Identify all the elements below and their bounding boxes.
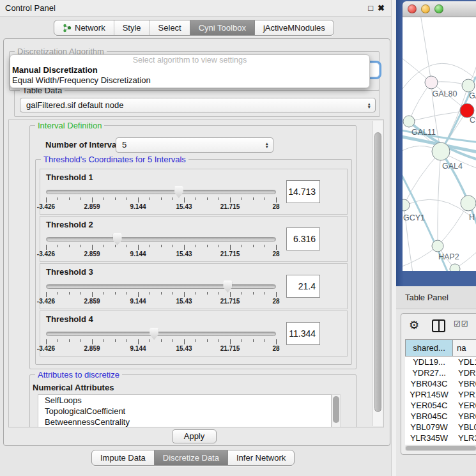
table-row[interactable]: YLR345WYLR3 [405,433,476,443]
threshold-slider[interactable]: -3.4262.8599.14415.4321.71528 [46,233,276,259]
cell-name: YBL0 [453,422,476,433]
zoom-traffic-light[interactable] [434,4,443,13]
threshold-value-field[interactable]: 6.316 [286,227,320,250]
algorithm-option-manual[interactable]: Manual Discretization [10,65,369,75]
settings-vertical-scrollbar[interactable] [372,121,383,426]
table-row[interactable]: YBR043CYBR0 [405,378,476,389]
threshold-slider[interactable]: -3.4262.8599.14415.4321.71528 [46,280,276,306]
network-node[interactable] [461,196,476,211]
stepper-icon[interactable]: ▲ ▼ [265,142,269,148]
network-node[interactable] [432,240,443,252]
table-row[interactable]: YER054CYER0 [405,400,476,411]
table-row[interactable]: YIL053CYIL0 [405,443,476,445]
tick-label: 21.715 [220,203,240,210]
network-node[interactable] [403,116,415,127]
table-row[interactable]: YBL079WYBL0 [405,422,476,433]
panel-divider[interactable] [391,0,396,476]
slider-track[interactable] [46,190,276,194]
scrollbar-thumb[interactable] [406,446,476,450]
tick-label: 9.144 [130,250,146,257]
network-node-label: HAP2 [438,252,459,261]
tick-label: 28 [272,250,279,257]
tab-style[interactable]: Style [114,20,150,35]
attributes-list-scrollbar[interactable] [332,394,341,427]
tab-select[interactable]: Select [150,20,190,35]
slider-track[interactable] [46,284,276,289]
threshold-value-field[interactable]: 11.344 [286,322,320,345]
list-item[interactable]: SelfLoops [38,395,331,406]
table-panel: ⚙ ☑☑ shared... na YDL19...YDL1YDR27...YD… [401,313,476,455]
cell-name: YBR0 [453,411,476,422]
slider-tick-labels: -3.4262.8599.14415.4321.71528 [46,345,276,353]
close-icon[interactable]: ✖ [378,0,385,17]
tick-label: -3.426 [37,298,55,305]
table-data-group: Table Data galFiltered.sif default node … [14,90,380,117]
cell-name: YIL0 [453,443,476,445]
network-view[interactable]: GAL80GACGAL11GAL4GCY1HHAP2 [403,17,476,271]
apply-button[interactable]: Apply [172,429,217,443]
number-of-intervals-combobox[interactable]: 5 ▲ ▼ [116,137,273,153]
table-row[interactable]: YPR145WYPR1 [405,389,476,400]
table-data-combobox[interactable]: galFiltered.sif default node ▲ ▼ [20,98,376,112]
tab-discretize-data[interactable]: Discretize Data [154,450,227,465]
tab-impute-data[interactable]: Impute Data [92,450,154,465]
control-panel: Control Panel □ ✖ Network Style Select C… [0,0,396,476]
top-tab-bar: Network Style Select Cyni Toolbox jActiv… [54,20,334,36]
network-window-titlebar[interactable] [403,1,476,17]
threshold-label: Threshold 3 [46,267,93,277]
tick-label: 15.43 [176,345,192,352]
checkbox-icon[interactable]: ☑ [454,319,461,328]
float-window-icon[interactable]: □ [368,0,373,17]
checkbox-icon[interactable]: ☑ [461,319,469,328]
tab-infer-network[interactable]: Infer Network [227,450,294,465]
panel-title: Control Panel [5,0,56,17]
tab-jactivemnodules[interactable]: jActiveMNodules [254,20,334,35]
slider-tick-labels: -3.4262.8599.14415.4321.71528 [46,298,276,305]
list-item[interactable]: TopologicalCoefficient [38,406,331,417]
network-node[interactable] [462,79,475,92]
checkbox-icons[interactable]: ☑☑ [454,319,469,328]
threshold-label: Threshold 2 [46,220,93,229]
table-row[interactable]: YBR045CYBR0 [405,411,476,422]
cell-shared-name: YLR345W [405,433,453,443]
scrollbar-thumb[interactable] [374,132,381,412]
slider-tick-labels: -3.4262.8599.14415.4321.71528 [46,250,276,258]
tick-label: -3.426 [37,250,55,257]
attributes-group: Attributes to discretize Numerical Attri… [29,374,357,427]
slider-track[interactable] [46,332,276,336]
scrollbar-thumb[interactable] [333,396,339,423]
threshold-row: Threshold 3-3.4262.8599.14415.4321.71528… [40,263,348,309]
attributes-listbox[interactable]: SelfLoopsTopologicalCoefficientBetweenne… [38,394,332,427]
threshold-slider[interactable]: -3.4262.8599.14415.4321.71528 [46,328,276,353]
stepper-down-icon[interactable]: ▼ [367,105,371,109]
tick-label: 2.859 [84,345,100,352]
table-row[interactable]: YDR27...YDR2 [405,367,476,378]
stepper-down-icon[interactable]: ▼ [265,145,269,148]
tab-cyni-toolbox[interactable]: Cyni Toolbox [190,20,254,35]
cell-shared-name: YIL053C [405,443,453,445]
slider-track[interactable] [46,237,276,242]
close-traffic-light[interactable] [408,4,417,13]
tab-network[interactable]: Network [54,20,114,35]
network-node[interactable] [432,142,450,160]
list-item[interactable]: BetweennessCentrality [38,417,331,427]
algorithm-option-equal-width[interactable]: Equal Width/Frequency Discretization [10,75,369,86]
threshold-value-field[interactable]: 14.713 [286,180,320,203]
gear-icon[interactable]: ⚙ [409,318,419,332]
minimize-traffic-light[interactable] [421,4,430,13]
stepper-icon[interactable]: ▲ ▼ [367,102,371,109]
network-node[interactable] [425,76,438,89]
table-horizontal-scrollbar[interactable] [405,445,476,451]
tick-label: 2.859 [84,298,100,305]
network-canvas[interactable]: GAL80GACGAL11GAL4GCY1HHAP2 [403,17,476,271]
columns-icon[interactable] [432,319,445,332]
column-header-name[interactable]: na [453,339,476,357]
network-node[interactable] [403,199,410,211]
threshold-slider[interactable]: -3.4262.8599.14415.4321.71528 [46,186,276,211]
threshold-value-field[interactable]: 21.4 [286,275,320,298]
column-header-shared-name[interactable]: shared... [405,339,453,357]
slider-tick-labels: -3.4262.8599.14415.4321.71528 [46,203,276,211]
network-node[interactable] [450,264,460,271]
cell-shared-name: YDL19... [405,357,453,367]
table-row[interactable]: YDL19...YDL1 [405,357,476,367]
